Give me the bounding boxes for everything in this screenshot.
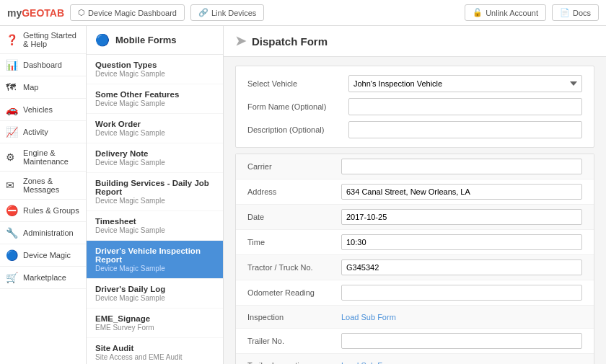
sidebar-item-vehicles[interactable]: 🚗 Vehicles [0,99,86,121]
unlink-account-button[interactable]: 🔓 Unlink Account [465,4,546,21]
arrow-icon: ➤ [235,33,246,49]
forms-panel-header: 🔵 Mobile Forms [87,26,223,55]
form-item-sub: Device Magic Sample [95,70,214,78]
form-item[interactable]: Question Types Device Magic Sample [87,55,223,84]
sidebar-item-map[interactable]: 🗺 Map [0,76,86,99]
sidebar: ❓ Getting Started & Help 📊 Dashboard 🗺 M… [0,26,87,364]
select-vehicle-dropdown[interactable]: John's Inspection Vehicle [348,75,582,92]
address-row: Address [236,179,594,205]
unlink-icon: 🔓 [473,8,483,17]
odometer-input[interactable] [341,285,582,301]
tractor-input[interactable] [341,259,582,275]
form-item[interactable]: Site Audit Site Access and EME Audit [87,338,223,364]
top-bar-right: 🔓 Unlink Account 📄 Docs [465,4,599,21]
link-devices-button[interactable]: 🔗 Link Devices [190,4,264,21]
carrier-input[interactable] [341,159,582,174]
form-item-name: Work Order [95,120,214,128]
address-label: Address [247,187,341,196]
form-item-name: Site Audit [95,344,214,352]
sidebar-item-rules[interactable]: ⛔ Rules & Groups [0,200,86,222]
form-name-row: Form Name (Optional) [247,98,582,115]
form-item[interactable]: EME_Signage EME Survey Form [87,308,223,338]
tractor-row: Tractor / Truck No. [236,255,594,280]
main-layout: ❓ Getting Started & Help 📊 Dashboard 🗺 M… [0,26,606,364]
form-item[interactable]: Work Order Device Magic Sample [87,114,223,143]
link-icon: 🔗 [198,8,208,17]
sidebar-item-activity[interactable]: 📈 Activity [0,121,86,143]
form-item-sub: Device Magic Sample [95,99,214,107]
description-input[interactable] [348,121,582,138]
docs-button[interactable]: 📄 Docs [552,4,599,21]
inspection-row: Inspection Load Sub Form [236,306,594,329]
address-input[interactable] [341,184,582,200]
trailer-inspection-label: Trailer Inspection [247,361,341,365]
form-item-sub: Site Access and EME Audit [95,353,214,361]
zones-icon: ✉ [6,179,19,191]
sidebar-item-device-magic[interactable]: 🔵 Device Magic [0,244,86,267]
admin-icon: 🔧 [6,227,19,239]
dispatch-header: ➤ Dispatch Form [224,26,606,57]
top-bar-left: myGEOTAB ⬡ Device Magic Dashboard 🔗 Link… [7,4,264,21]
form-item-sub: Device Magic Sample [95,197,214,205]
form-item-name: Driver's Vehicle Inspection Report [95,247,214,264]
help-icon: ❓ [6,34,19,45]
form-item[interactable]: Driver's Vehicle Inspection Report Devic… [87,241,223,279]
tractor-label: Tractor / Truck No. [247,263,341,272]
marketplace-icon: 🛒 [6,272,19,283]
device-magic-dashboard-button[interactable]: ⬡ Device Magic Dashboard [70,4,185,21]
map-icon: 🗺 [6,81,19,93]
form-name-label: Form Name (Optional) [247,102,348,111]
form-item-sub: Device Magic Sample [95,226,214,234]
trailer-no-input[interactable] [341,333,582,349]
sidebar-item-engine[interactable]: ⚙ Engine & Maintenance [0,143,86,172]
description-row: Description (Optional) [247,121,582,138]
detail-section: Carrier Address Date [235,154,594,364]
content-area: 🔵 Mobile Forms Question Types Device Mag… [87,26,606,364]
form-item-name: Driver's Daily Log [95,285,214,293]
sidebar-item-marketplace[interactable]: 🛒 Marketplace [0,267,86,289]
select-vehicle-row: Select Vehicle John's Inspection Vehicle [247,75,582,92]
trailer-no-label: Trailer No. [247,337,341,345]
form-item-name: Building Services - Daily Job Report [95,179,214,196]
sidebar-item-zones[interactable]: ✉ Zones & Messages [0,172,86,200]
form-item[interactable]: Delivery Note Device Magic Sample [87,143,223,173]
select-vehicle-wrapper: John's Inspection Vehicle [348,75,582,92]
top-bar: myGEOTAB ⬡ Device Magic Dashboard 🔗 Link… [0,0,606,26]
device-magic-icon: ⬡ [78,8,85,17]
form-item-sub: EME Survey Form [95,324,214,332]
date-row: Date [236,205,594,230]
odometer-label: Odometer Reading [247,288,341,297]
form-item[interactable]: Driver's Daily Log Device Magic Sample [87,279,223,308]
form-item-sub: Device Magic Sample [95,294,214,302]
form-item-sub: Device Magic Sample [95,159,214,167]
inspection-label: Inspection [247,313,341,321]
form-item[interactable]: Building Services - Daily Job Report Dev… [87,173,223,211]
form-name-input[interactable] [348,98,582,115]
form-item[interactable]: Some Other Features Device Magic Sample [87,84,223,114]
sidebar-item-getting-started[interactable]: ❓ Getting Started & Help [0,26,86,54]
time-input[interactable] [341,234,582,250]
forms-panel: 🔵 Mobile Forms Question Types Device Mag… [87,26,224,364]
trailer-inspection-row: Trailer Inspection Load Sub Form [236,354,594,364]
carrier-label: Carrier [247,162,341,171]
mobile-forms-icon: 🔵 [95,33,110,47]
form-item[interactable]: Timesheet Device Magic Sample [87,211,223,241]
form-item-name: Question Types [95,61,214,69]
forms-list: Question Types Device Magic Sample Some … [87,55,223,364]
form-item-name: Timesheet [95,217,214,226]
inspection-load-subform-link[interactable]: Load Sub Form [341,313,396,321]
top-fields-section: Select Vehicle John's Inspection Vehicle… [235,66,594,148]
trailer-no-row: Trailer No. [236,329,594,354]
rules-icon: ⛔ [6,205,19,216]
time-row: Time [236,230,594,255]
dashboard-icon: 📊 [6,59,19,71]
select-vehicle-label: Select Vehicle [247,79,348,88]
activity-icon: 📈 [6,126,19,138]
dispatch-panel: ➤ Dispatch Form Select Vehicle John's In… [224,26,606,364]
odometer-row: Odometer Reading [236,280,594,306]
engine-icon: ⚙ [6,151,19,163]
sidebar-item-administration[interactable]: 🔧 Administration [0,222,86,244]
trailer-inspection-load-subform-link[interactable]: Load Sub Form [341,361,396,365]
sidebar-item-dashboard[interactable]: 📊 Dashboard [0,54,86,76]
date-input[interactable] [341,209,582,225]
